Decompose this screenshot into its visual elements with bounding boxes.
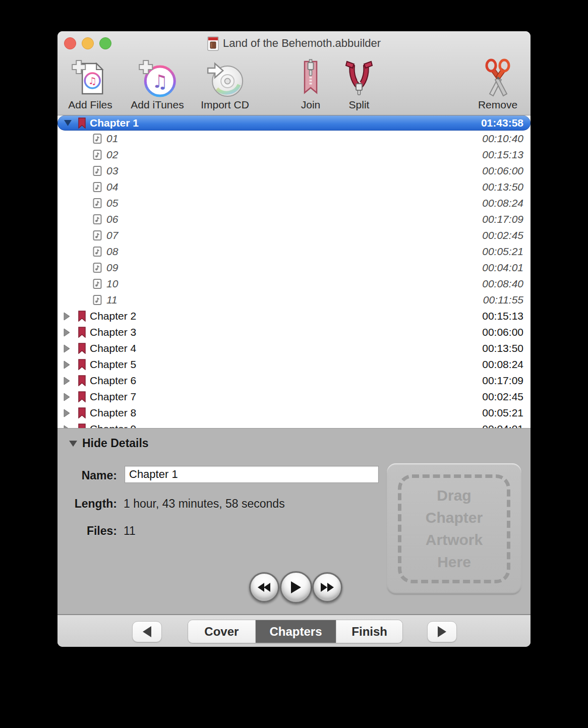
chapter-name-input[interactable] xyxy=(125,466,379,483)
chapter-name: Chapter 8 xyxy=(90,407,136,419)
file-row[interactable]: 05 00:08:24 xyxy=(57,195,531,211)
disclosure-closed-icon[interactable] xyxy=(64,409,72,417)
next-step-button[interactable] xyxy=(427,621,457,642)
disclosure-open-icon[interactable] xyxy=(64,119,72,127)
rewind-button[interactable] xyxy=(249,572,279,602)
bookmark-icon xyxy=(78,311,86,322)
chapter-duration: 00:15:13 xyxy=(482,310,531,322)
audio-file-icon xyxy=(93,165,102,176)
details-panel: Hide Details Name: Length: 1 hour, 43 mi… xyxy=(57,428,531,614)
minimize-button[interactable] xyxy=(82,37,94,49)
file-row[interactable]: 06 00:17:09 xyxy=(57,211,531,227)
previous-step-button[interactable] xyxy=(132,621,162,642)
svg-text:♫: ♫ xyxy=(152,71,168,92)
chapter-duration: 00:02:45 xyxy=(482,391,531,403)
add-files-button[interactable]: ♫ Add Files xyxy=(68,57,112,111)
file-row[interactable]: 01 00:10:40 xyxy=(57,131,531,147)
file-row[interactable]: 08 00:05:21 xyxy=(57,244,531,260)
disclosure-closed-icon[interactable] xyxy=(64,344,72,353)
chapter-name: Chapter 9 xyxy=(90,423,136,428)
file-name: 04 xyxy=(106,181,118,193)
zoom-button[interactable] xyxy=(99,37,111,49)
chapter-name: Chapter 6 xyxy=(90,375,136,387)
window-header: Land of the Behemoth.abbuilder xyxy=(57,31,531,115)
file-row[interactable]: 11 00:11:55 xyxy=(57,292,531,308)
chapter-row[interactable]: Chapter 2 00:15:13 xyxy=(57,308,531,324)
arrow-left-icon xyxy=(143,626,151,637)
add-itunes-button[interactable]: ♫ Add iTunes xyxy=(131,57,184,111)
chapter-row[interactable]: Chapter 7 00:02:45 xyxy=(57,389,531,405)
bookmark-icon xyxy=(78,423,86,428)
bookmark-icon xyxy=(78,359,86,370)
traffic-lights xyxy=(64,31,111,55)
length-label: Length: xyxy=(57,497,117,511)
audio-file-icon xyxy=(93,278,102,289)
window-title-group: Land of the Behemoth.abbuilder xyxy=(207,36,381,51)
chapter-row[interactable]: Chapter 9 00:04:01 xyxy=(57,421,531,428)
chapter-duration: 00:05:21 xyxy=(482,407,531,419)
file-row[interactable]: 10 00:08:40 xyxy=(57,276,531,292)
title-bar: Land of the Behemoth.abbuilder xyxy=(57,31,531,55)
bookmark-icon xyxy=(78,343,86,354)
hide-details-toggle[interactable]: Hide Details xyxy=(69,437,149,450)
chapter-duration: 01:43:58 xyxy=(481,117,531,129)
bookmark-icon xyxy=(78,407,86,418)
file-name: 02 xyxy=(106,149,118,161)
tab-chapters[interactable]: Chapters xyxy=(256,620,336,643)
file-name: 03 xyxy=(106,165,118,177)
tab-cover[interactable]: Cover xyxy=(188,620,256,643)
audio-file-icon xyxy=(93,198,102,209)
remove-icon xyxy=(477,57,519,100)
file-duration: 00:08:40 xyxy=(482,278,531,290)
chapter-row-selected[interactable]: Chapter 1 01:43:58 xyxy=(57,115,531,131)
chapter-row[interactable]: Chapter 3 00:06:00 xyxy=(57,324,531,340)
chapter-duration: 00:13:50 xyxy=(482,342,531,354)
chapter-row[interactable]: Chapter 6 00:17:09 xyxy=(57,373,531,389)
window-title: Land of the Behemoth.abbuilder xyxy=(223,37,381,50)
add-files-label: Add Files xyxy=(68,99,112,111)
chapter-row[interactable]: Chapter 8 00:05:21 xyxy=(57,405,531,421)
file-rows: 01 00:10:40 02 xyxy=(57,131,531,308)
join-icon xyxy=(289,57,332,100)
length-value: 1 hour, 43 minutes, 58 seconds xyxy=(124,497,285,511)
bottom-bar: Cover Chapters Finish xyxy=(57,614,531,647)
file-row[interactable]: 02 00:15:13 xyxy=(57,147,531,163)
audio-file-icon xyxy=(93,181,102,193)
join-button[interactable]: Join xyxy=(289,57,332,111)
chapter-artwork-dropzone[interactable]: Drag Chapter Artwork Here xyxy=(387,463,521,594)
import-cd-button[interactable]: Import CD xyxy=(201,57,249,111)
disclosure-closed-icon[interactable] xyxy=(64,360,72,369)
split-button[interactable]: Split xyxy=(338,57,380,111)
add-itunes-icon: ♫ xyxy=(136,57,179,100)
file-name: 06 xyxy=(106,213,118,225)
disclosure-closed-icon[interactable] xyxy=(64,393,72,401)
file-name: 05 xyxy=(106,197,118,209)
file-row[interactable]: 07 00:02:45 xyxy=(57,227,531,244)
remove-label: Remove xyxy=(478,99,517,111)
file-name: 08 xyxy=(106,246,118,258)
fast-forward-button[interactable] xyxy=(312,572,342,602)
add-itunes-label: Add iTunes xyxy=(131,99,184,111)
file-duration: 00:05:21 xyxy=(482,246,531,258)
disclosure-closed-icon[interactable] xyxy=(64,377,72,385)
file-row[interactable]: 04 00:13:50 xyxy=(57,179,531,195)
chapter-name: Chapter 7 xyxy=(90,391,136,403)
chapter-row[interactable]: Chapter 5 00:08:24 xyxy=(57,356,531,373)
file-duration: 00:04:01 xyxy=(482,262,531,274)
disclosure-closed-icon[interactable] xyxy=(64,312,72,321)
bookmark-icon xyxy=(78,391,86,402)
tab-finish[interactable]: Finish xyxy=(336,620,402,643)
split-label: Split xyxy=(349,99,370,111)
hide-details-label: Hide Details xyxy=(82,437,149,450)
play-button[interactable] xyxy=(280,571,312,603)
disclosure-closed-icon[interactable] xyxy=(64,328,72,337)
close-button[interactable] xyxy=(64,37,76,49)
svg-text:♫: ♫ xyxy=(88,75,96,86)
file-row[interactable]: 09 00:04:01 xyxy=(57,260,531,276)
remove-button[interactable]: Remove xyxy=(477,57,519,111)
chapter-list: Chapter 1 01:43:58 xyxy=(57,115,531,428)
screen: Land of the Behemoth.abbuilder xyxy=(0,0,588,728)
chapter-row[interactable]: Chapter 4 00:13:50 xyxy=(57,340,531,356)
file-row[interactable]: 03 00:06:00 xyxy=(57,163,531,179)
file-duration: 00:13:50 xyxy=(482,181,531,193)
